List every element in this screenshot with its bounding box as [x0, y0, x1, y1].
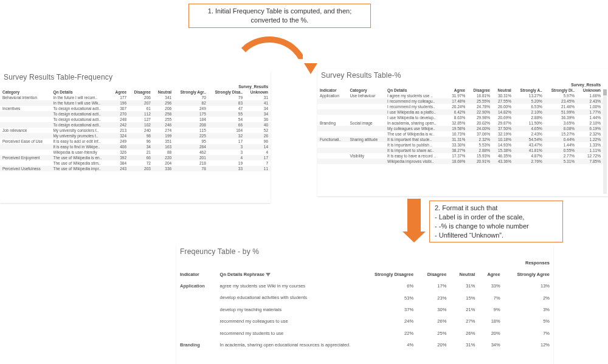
callout2-bullet1: - Label is in order of the scale,: [435, 213, 558, 222]
callout-step1: 1. Initial Frequency Table is computed, …: [188, 4, 371, 28]
table-row: In the future I will use Wik..1962072968…: [0, 100, 271, 106]
table-header-row: Category Qn Details Agree Disagree Neutr…: [0, 89, 271, 95]
filter-icon[interactable]: [266, 273, 271, 277]
table-row: I recommend my colleagu..17.48%25.55%27.…: [317, 98, 603, 104]
table-row: Perceived Ease of UseIt is easy to add o…: [0, 139, 271, 144]
table-header-supra: Responses: [176, 257, 553, 269]
table-header-row: Indicator Category Qn Details Agree Disa…: [317, 88, 603, 93]
table-row: Wikipedia improves visibi..18.69%20.91%4…: [317, 159, 603, 164]
down-arrow-icon: [407, 199, 421, 232]
table-row: BrandingSocial imageIn academia, sharing…: [317, 120, 603, 126]
table-row: Behavioral intentionIn the future I will…: [0, 95, 271, 100]
table-row: It is easy to find in Wikipe..4063416328…: [0, 144, 271, 149]
table-row: recommend my students to use22%25%26%20%…: [176, 328, 553, 339]
table-row: To design educational acti..270112258175…: [0, 111, 271, 117]
callout2-heading: 2. Format it such that: [435, 204, 558, 213]
table-row: My colleagues use Wikipe..19.58%24.00%37…: [317, 126, 603, 131]
table-row: VisibilityIt is easy to have a record ..…: [317, 153, 603, 159]
table-row: My university promotes t..32498199225322…: [0, 133, 271, 139]
table-row: It is important to publish ..33.30%5.53%…: [317, 142, 603, 148]
table-header-row: Indicator Qn Details Rephrase Strongly D…: [176, 269, 553, 280]
table-row: Functionali..Sharing attitudeIt is impor…: [317, 137, 603, 142]
callout-line2: converted to the %.: [194, 16, 365, 25]
panel-percent: Survey Results Table-% Survey_Results In…: [317, 69, 608, 196]
table-row: recommend my colleagues to use24%26%27%1…: [176, 315, 553, 327]
panel-frequency: Survey Results Table-Frequency Survey_Re…: [0, 70, 271, 203]
table-row: The use of Wikipedia is w..10.73%37.06%3…: [317, 131, 603, 137]
table-header-supra: Survey_Results: [317, 82, 603, 88]
table-header-supra: Survey_Results: [0, 84, 271, 89]
frequency-table: Survey_Results Category Qn Details Agree…: [0, 84, 271, 171]
table-row: Applicationagree my students use Wiki in…: [176, 280, 553, 292]
table-row: Perceived EnjoymentThe use of Wikipedia …: [0, 155, 271, 160]
table-row: Job relevanceMy university considers t..…: [0, 128, 271, 133]
table-row: IncentivesTo design educational acti..30…: [0, 106, 271, 111]
scrollbar-vertical[interactable]: [603, 89, 607, 194]
table-row: ApplicationUse behaviourI agree my stude…: [317, 93, 603, 98]
callout2-bullet2: - -% is change to whole number: [435, 222, 558, 231]
table-row: To design educational acti..242102246208…: [0, 122, 271, 128]
table-row: develop my teaching materials37%30%21%9%…: [176, 304, 553, 315]
percent-table: Survey_Results Indicator Category Qn Det…: [317, 82, 603, 164]
table-row: Perceived UsefulnessThe use of Wikipedia…: [0, 166, 271, 171]
freq-by-pct-table: Responses Indicator Qn Details Rephrase …: [176, 257, 553, 351]
table-row: To design educational acti..248127255184…: [0, 117, 271, 122]
table-row: develop educational activities with stud…: [176, 292, 553, 303]
table-row: I recommend my students..20.24%24.78%26.…: [317, 104, 603, 109]
callout-step2: 2. Format it such that - Label is in ord…: [429, 201, 563, 242]
table-row: It is important to share ac..38.27%2.88%…: [317, 148, 603, 153]
table-row: Wikipedia is user-friendly326218846234: [0, 149, 271, 155]
callout-line1: 1. Initial Frequency Table is computed, …: [194, 7, 365, 16]
arrow-head-icon: [304, 63, 317, 74]
table-row: The use of Wikipedia stim..3847220421819…: [0, 160, 271, 166]
panel-freq-by-pct-title: Freqeuncy Table - by %: [176, 245, 553, 257]
table-row: I use Wikipedia to develop..8.63%29.98%2…: [317, 115, 603, 120]
panel-freq-by-pct: Freqeuncy Table - by % Responses Indicat…: [176, 245, 553, 364]
panel-frequency-title: Survey Results Table-Frequency: [0, 70, 271, 83]
table-row: BrandingIn academia, sharing open educat…: [176, 339, 553, 351]
panel-percent-title: Survey Results Table-%: [317, 69, 608, 81]
callout2-bullet3: - Unfiltered “Unknown”.: [435, 231, 558, 240]
table-row: I use Wikipedia as a platfo..6.42%22.90%…: [317, 109, 603, 115]
